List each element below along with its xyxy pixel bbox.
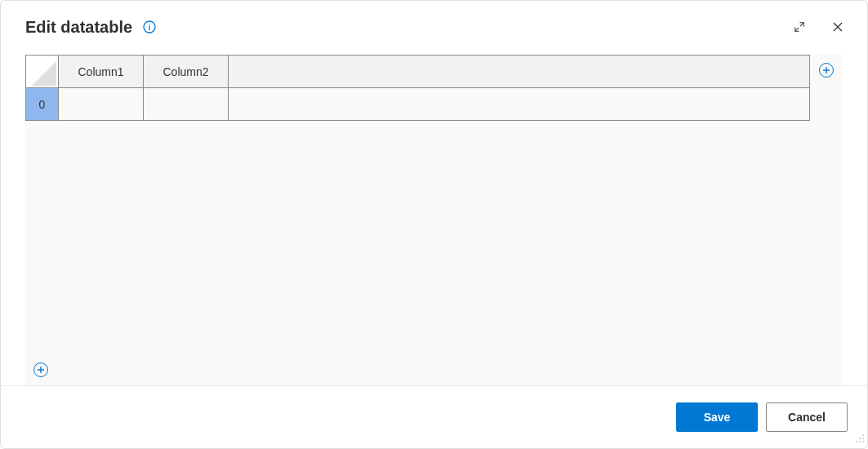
dialog-title: Edit datatable xyxy=(25,18,132,37)
row-index-cell[interactable]: 0 xyxy=(26,88,59,121)
add-row-button[interactable] xyxy=(33,362,48,377)
dialog-footer: Save Cancel xyxy=(1,385,867,448)
grid-area: Column1 Column2 0 xyxy=(25,55,843,385)
column-header-empty[interactable] xyxy=(229,56,810,88)
close-icon[interactable] xyxy=(828,17,848,37)
column-header-row: Column1 Column2 xyxy=(26,56,810,88)
data-cell[interactable] xyxy=(59,88,144,121)
table-row: 0 xyxy=(26,88,810,121)
svg-point-2 xyxy=(149,24,149,24)
select-all-corner[interactable] xyxy=(26,56,59,88)
data-table: Column1 Column2 0 xyxy=(25,55,810,121)
cancel-button[interactable]: Cancel xyxy=(766,402,848,432)
save-button[interactable]: Save xyxy=(676,402,758,432)
add-row-rail xyxy=(33,362,48,377)
data-cell[interactable] xyxy=(144,88,229,121)
header-controls xyxy=(790,17,848,37)
column-header[interactable]: Column1 xyxy=(59,56,144,88)
edit-datatable-dialog: Edit datatable xyxy=(0,0,868,449)
add-column-button[interactable] xyxy=(819,63,834,78)
add-column-rail xyxy=(810,55,843,377)
svg-line-4 xyxy=(795,28,799,31)
dialog-body: Column1 Column2 0 xyxy=(1,47,867,385)
data-cell-empty[interactable] xyxy=(229,88,810,121)
table-container: Column1 Column2 0 xyxy=(25,55,810,377)
info-icon[interactable] xyxy=(142,20,157,34)
svg-line-3 xyxy=(800,23,803,26)
column-header[interactable]: Column2 xyxy=(144,56,229,88)
dialog-header: Edit datatable xyxy=(1,1,867,47)
expand-icon[interactable] xyxy=(790,18,808,36)
